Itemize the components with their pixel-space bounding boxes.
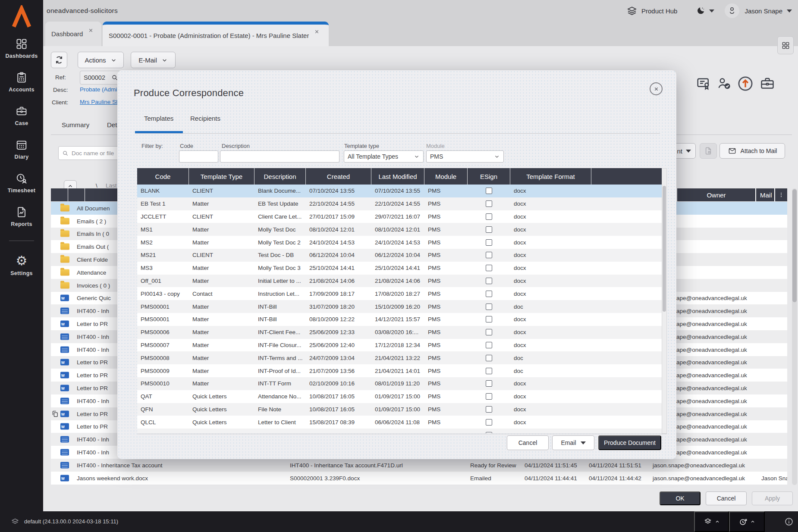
sync-queue-button[interactable] [694,511,729,532]
sidebar-item-diary[interactable]: Diary [15,139,29,160]
template-type-select[interactable]: All Template Types [344,150,424,163]
sync-status-button[interactable] [729,511,765,532]
user-menu-caret-icon[interactable] [787,9,792,13]
esign-checkbox[interactable] [486,188,492,194]
esign-checkbox[interactable] [486,226,492,233]
template-row[interactable]: QLCLQuick LettersLetter to Client15/08/2… [137,416,662,429]
advanced-logo-icon[interactable] [9,5,34,29]
cancel-button[interactable]: Cancel [706,491,747,505]
tab-dashboard[interactable]: Dashboard [45,22,101,46]
sidebar-item-timesheet[interactable]: Timesheet [8,172,35,194]
template-row[interactable]: QATQuick LettersAttendance No...10/08/20… [137,390,662,403]
briefcase-icon[interactable] [759,76,776,91]
template-row[interactable]: PMS00001MatterINT-Bill31/07/2009 18:2015… [137,300,662,313]
close-tab-icon[interactable] [314,29,320,34]
actions-button[interactable]: Actions [78,52,124,68]
template-row[interactable]: PMS00009MatterINT-Proof of Id...21/07/20… [137,364,662,377]
column-header[interactable]: Created [306,168,371,185]
template-row[interactable]: PMS00008MatterINT-Terms and ...24/07/200… [137,351,662,364]
esign-checkbox[interactable] [486,368,492,374]
desc-link[interactable]: Probate (Admi [80,86,117,93]
document-preview-button-disabled[interactable] [700,143,717,159]
moon-icon[interactable] [696,6,706,16]
code-filter-input[interactable] [179,150,218,163]
template-row[interactable]: PMS00010MatterINT-TT Form02/10/2009 10:1… [137,377,662,390]
certificate-icon[interactable] [695,76,713,91]
column-header[interactable]: Template Format [510,168,591,185]
esign-checkbox[interactable] [486,239,492,246]
module-select[interactable]: PMS [426,150,504,163]
apply-button[interactable]: Apply [752,491,793,505]
template-row[interactable]: BLANKCLIENTBlank Docume...07/10/2024 13:… [137,185,662,197]
close-dialog-button[interactable] [650,82,663,95]
attach-to-mail-button[interactable]: Attach to Mail [719,143,785,159]
column-header[interactable]: Code [137,168,189,185]
owner-column-header[interactable]: Owner [677,191,755,199]
column-header[interactable]: Description [254,168,306,185]
esign-checkbox[interactable] [486,213,492,220]
template-row[interactable]: MS21CLIENTTest Doc - DB06/12/2024 10:040… [137,249,662,262]
dialog-email-select[interactable]: Email [552,435,594,450]
sidebar-item-case[interactable]: Case [15,105,28,126]
sidebar-item-accounts[interactable]: Accounts [9,72,34,93]
esign-checkbox[interactable] [486,393,492,400]
esign-checkbox[interactable] [486,316,492,322]
tab-recipients[interactable]: Recipients [190,115,220,122]
esign-checkbox[interactable] [486,342,492,348]
ref-search-field[interactable]: S00002 [80,71,122,84]
user-name[interactable]: Jason Snape [745,7,782,15]
template-row[interactable]: Off_001MatterInitial Letter to ...21/08/… [137,275,662,288]
info-icon[interactable] [784,517,794,526]
template-row[interactable]: QFNQuick LettersFile Note10/08/2017 16:0… [137,403,662,416]
avatar[interactable] [725,3,739,18]
sidebar-item-settings[interactable]: ⚙Settings [10,254,33,276]
document-row[interactable]: Jasons weekend work.docxS000020001 3.239… [51,472,787,485]
client-link[interactable]: Mrs Pauline Sla [80,99,121,105]
tab-templates[interactable]: Templates [144,115,173,122]
template-row[interactable]: PI00143 - copyContactInstruction Let...1… [137,287,662,300]
esign-checkbox[interactable] [486,380,492,387]
esign-checkbox[interactable] [486,278,492,284]
description-filter-input[interactable] [220,150,339,163]
mail-column-header[interactable]: Mail [756,191,774,199]
tab-case[interactable]: S00002-0001 - Probate (Administration of… [103,22,329,46]
esign-checkbox[interactable] [486,291,492,297]
template-row-partial[interactable] [137,429,662,433]
template-row[interactable]: PMS00006MatterINT-Client Fee...25/06/200… [137,326,662,339]
sidebar-item-dashboards[interactable]: Dashboards [5,38,38,59]
esign-checkbox[interactable] [486,265,492,271]
upload-icon[interactable] [736,75,754,93]
email-menu-button[interactable]: E-Mail [131,52,176,68]
template-row[interactable]: MS3MatterMolly Test Doc 325/10/2024 14:4… [137,262,662,275]
template-row[interactable]: PMS00001MatterINT-Bill08/10/2009 12:2214… [137,313,662,326]
template-row[interactable]: EB Test 1MatterEB Test Update22/10/2024 … [137,197,662,210]
close-tab-icon[interactable] [88,28,94,33]
esign-checkbox[interactable] [486,329,492,335]
column-header[interactable]: Last Modified [371,168,424,185]
column-header[interactable]: Module [424,168,468,185]
person-check-icon[interactable] [716,76,732,91]
esign-checkbox[interactable] [486,432,492,433]
esign-checkbox[interactable] [486,304,492,310]
template-row[interactable]: PMS00007MatterINT-File Closur...25/06/20… [137,339,662,352]
column-header[interactable]: ESign [468,168,510,185]
ok-button[interactable]: OK [660,491,701,505]
column-menu-icon[interactable] [775,191,787,198]
template-row[interactable]: MS2MatterMolly Test Doc 224/10/2024 14:5… [137,236,662,249]
layout-grid-button[interactable] [777,36,794,54]
esign-checkbox[interactable] [486,355,492,361]
refresh-button[interactable] [51,52,67,68]
column-header[interactable]: Template Type [189,168,254,185]
dialog-cancel-button[interactable]: Cancel [507,435,549,450]
document-row[interactable]: IHT400 - Inheritance Tax accountIHT400 -… [51,459,787,472]
esign-checkbox[interactable] [486,419,492,426]
table-scrollbar[interactable] [662,168,667,434]
theme-caret-icon[interactable] [709,9,714,13]
template-row[interactable]: MS1MatterMolly Test Doc08/10/2024 12:010… [137,223,662,236]
produce-document-button[interactable]: Produce Document [598,435,661,450]
esign-checkbox[interactable] [486,200,492,207]
window-scrollbar[interactable] [792,188,797,485]
sidebar-item-reports[interactable]: Reports [11,206,32,227]
tab-summary[interactable]: Summary [62,121,89,128]
esign-checkbox[interactable] [486,252,492,258]
